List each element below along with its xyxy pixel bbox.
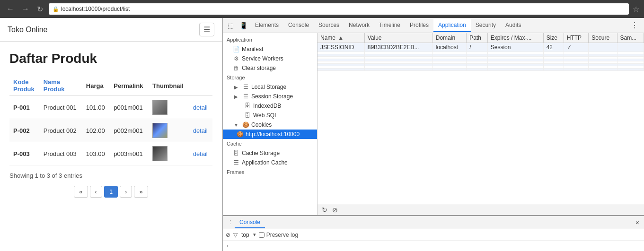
console-filter-icon[interactable]: ▽ [233,232,238,238]
cell-action[interactable]: detail [189,96,212,119]
col-harga: Harga [82,76,110,96]
refresh-button[interactable]: ↻ [35,4,45,15]
col-path: Path [467,33,488,43]
sidebar-item-clearstorage[interactable]: 🗑 Clear storage [223,63,317,73]
sidebar-item-websql[interactable]: 🗄 Web SQL [223,111,317,120]
tab-sources[interactable]: Sources [314,19,344,32]
cell-price: 101.00 [82,96,110,119]
table-row: P-003 Product 003 103.00 p003m001 detail [9,142,212,165]
col-samesite: Sam... [617,33,644,43]
section-cache: Cache [223,139,317,148]
more-tabs-button[interactable]: ⋮ [627,18,642,33]
preserve-log-label[interactable]: Preserve log [259,232,298,238]
console-ban-icon[interactable]: ⊘ [226,232,230,238]
sidebar-item-appcache[interactable]: ☰ Application Cache [223,158,317,167]
cookie-url-icon: 🍪 [236,131,244,138]
detail-link[interactable]: detail [193,104,208,111]
expand-icon-session: ▶ [232,94,240,99]
col-domain: Domain [432,33,466,43]
console-menu-icon[interactable]: ⋮ [226,217,235,227]
detail-link[interactable]: detail [193,150,208,157]
showing-text: Showing 1 to 3 of 3 entries [9,172,212,179]
detail-link[interactable]: detail [193,127,208,134]
refresh-cookies-button[interactable]: ↻ [320,205,329,215]
cookie-table-area: Name ▲ Value Domain Path Expires / Max-.… [318,33,644,204]
cookie-expires: Session [487,43,543,52]
cell-permalink: p002m001 [110,119,149,142]
device-icon[interactable]: 📱 [237,19,250,32]
console-input-area[interactable]: › [223,241,644,251]
devtools-tabbar: ⬚ 📱 Elements Console Sources Network Tim… [223,18,644,33]
cell-code: P-002 [9,119,40,142]
cell-name: Product 001 [40,96,82,119]
cookie-domain: localhost [432,43,466,52]
cell-action[interactable]: detail [189,142,212,165]
navbar-toggle[interactable]: ☰ [199,23,214,36]
console-close-button[interactable]: × [634,217,641,228]
table-row: P-002 Product 002 102.00 p002m001 detail [9,119,212,142]
sidebar-item-cookie-url[interactable]: 🍪 http://localhost:10000 [223,130,317,139]
section-storage: Storage [223,73,317,82]
bookmark-button[interactable]: ☆ [633,5,639,14]
col-kode: KodeProduk [9,76,40,96]
preserve-log-checkbox[interactable] [259,232,265,238]
sidebar-item-manifest[interactable]: 📄 Manifest [223,44,317,54]
website-panel: Toko Online ☰ Daftar Produk KodeProduk N… [0,18,222,251]
sidebar-item-sessionstorage[interactable]: ▶ ☰ Session Storage [223,92,317,101]
sidebar-item-appcache-label: Application Cache [242,159,288,166]
cell-action[interactable]: detail [189,119,212,142]
sidebar-item-cookies[interactable]: ▼ 🍪 Cookies [223,120,317,130]
tab-security[interactable]: Security [471,19,501,32]
col-action [189,76,212,96]
pagination: « ‹ 1 › » [9,186,212,198]
page-title: Daftar Produk [9,51,212,66]
col-expires: Expires / Max-... [487,33,543,43]
sidebar-item-indexeddb[interactable]: 🗄 IndexedDB [223,101,317,111]
address-bar[interactable]: 🔒 localhost:10000/product/list [49,3,629,15]
cell-name: Product 002 [40,119,82,142]
tab-console[interactable]: Console [283,19,314,32]
page-current[interactable]: 1 [104,186,118,198]
inspect-icon[interactable]: ⬚ [225,19,237,32]
col-http: HTTP [564,33,588,43]
tab-console-drawer[interactable]: Console [235,217,265,228]
cookie-size: 42 [543,43,564,52]
tab-profiles[interactable]: Profiles [405,19,433,32]
navbar-brand: Toko Online [8,26,48,34]
tab-timeline[interactable]: Timeline [374,19,405,32]
address-text: localhost:10000/product/list [61,6,130,12]
page-last[interactable]: » [134,186,148,198]
col-permalink: Permalink [110,76,149,96]
sidebar-item-clearstorage-label: Clear storage [242,65,276,71]
devtools-sidebar: Application 📄 Manifest ⚙ Service Workers… [223,33,318,215]
sidebar-item-sessionstorage-label: Session Storage [251,93,293,100]
clearstorage-icon: 🗑 [232,65,240,71]
back-button[interactable]: ← [5,4,16,14]
main-area: Toko Online ☰ Daftar Produk KodeProduk N… [0,18,644,251]
browser-chrome: ← → ↻ 🔒 localhost:10000/product/list ☆ [0,0,644,18]
cell-permalink: p001m001 [110,96,149,119]
console-context-selector[interactable]: top [240,231,250,239]
tab-elements[interactable]: Elements [250,19,283,32]
forward-button[interactable]: → [20,4,31,14]
tab-application[interactable]: Application [433,19,471,32]
cell-thumbnail [149,142,189,165]
sidebar-item-serviceworkers[interactable]: ⚙ Service Workers [223,54,317,63]
console-toolbar: ⊘ ▽ top ▾ Preserve log [223,229,644,241]
cookie-name: JSESSIONID [318,43,364,52]
sidebar-item-localstorage[interactable]: ▶ ☰ Local Storage [223,82,317,92]
tab-audits[interactable]: Audits [501,19,526,32]
sidebar-item-cookies-label: Cookies [251,121,272,128]
sidebar-item-cachestorage[interactable]: 🗄 Cache Storage [223,148,317,158]
cookie-value: 89B3CBD2BE2EB... [364,43,432,52]
page-next[interactable]: › [120,186,132,198]
navbar: Toko Online ☰ [0,18,222,42]
cookie-secure [589,43,617,52]
clear-cookies-button[interactable]: ⊘ [331,205,339,215]
console-dropdown-icon[interactable]: ▾ [253,232,256,238]
page-first[interactable]: « [74,186,88,198]
expand-icon-cookies: ▼ [232,122,240,128]
tab-network[interactable]: Network [344,19,374,32]
page-prev[interactable]: ‹ [90,186,102,198]
sidebar-item-websql-label: Web SQL [253,112,278,119]
